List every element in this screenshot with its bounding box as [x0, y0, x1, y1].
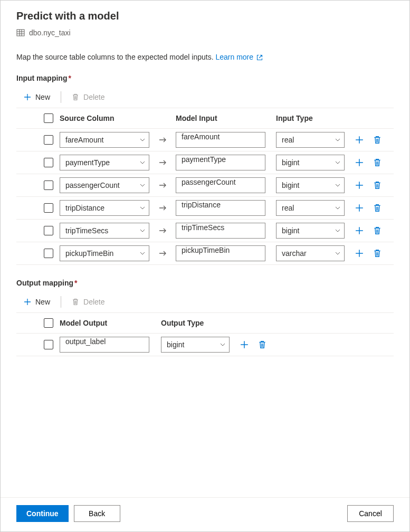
trash-icon [373, 136, 382, 144]
chevron-down-icon [335, 250, 341, 256]
delete-row-button[interactable] [372, 157, 383, 168]
table-name: dbo.nyc_taxi [29, 28, 71, 37]
page-title: Predict with a model [16, 10, 394, 22]
delete-row-button[interactable] [372, 180, 383, 191]
table-icon [16, 28, 25, 37]
input-delete-button[interactable]: Delete [70, 91, 107, 103]
plus-icon [355, 249, 364, 258]
add-row-button[interactable] [354, 157, 365, 168]
footer: Continue Back Cancel [1, 497, 409, 531]
chevron-down-icon [139, 137, 146, 143]
input-mapping-row: passengerCountpassengerCountbigint [16, 174, 394, 197]
plus-icon [355, 204, 364, 212]
output-delete-button[interactable]: Delete [70, 296, 107, 308]
add-row-button[interactable] [239, 339, 250, 350]
add-row-button[interactable] [354, 225, 365, 236]
add-row-button[interactable] [354, 203, 365, 213]
row-checkbox[interactable] [44, 203, 53, 213]
chevron-down-icon [335, 137, 341, 143]
back-button[interactable]: Back [74, 505, 120, 522]
arrow-right-icon [158, 203, 167, 213]
arrow-right-icon [158, 249, 167, 258]
svg-rect-0 [17, 30, 24, 36]
arrow-right-icon [158, 135, 167, 145]
chevron-down-icon [139, 227, 146, 234]
output-mapping-row: output_labelbigint [16, 334, 394, 356]
model-input-field[interactable]: tripDistance [176, 200, 265, 216]
chevron-down-icon [139, 250, 146, 256]
plus-icon [24, 298, 31, 306]
input-type-select[interactable]: varchar [276, 245, 345, 261]
input-mapping-row: pickupTimeBinpickupTimeBinvarchar [16, 242, 394, 265]
input-mapping-row: fareAmountfareAmountreal [16, 129, 394, 151]
arrow-right-icon [158, 158, 167, 167]
row-checkbox[interactable] [44, 135, 53, 145]
model-input-field[interactable]: pickupTimeBin [176, 245, 265, 261]
continue-button[interactable]: Continue [16, 505, 69, 522]
trash-icon [72, 93, 79, 101]
cancel-button[interactable]: Cancel [347, 505, 394, 522]
plus-icon [355, 158, 364, 167]
external-link-icon [256, 54, 263, 61]
output-mapping-label: Output mapping* [16, 279, 394, 287]
source-column-select[interactable]: fareAmount [60, 132, 149, 148]
row-checkbox[interactable] [44, 249, 53, 258]
delete-row-button[interactable] [372, 225, 383, 236]
output-mapping-grid: Model Output Output Type output_labelbig… [16, 312, 394, 356]
row-checkbox[interactable] [44, 180, 53, 190]
input-type-select[interactable]: bigint [276, 223, 345, 239]
output-select-all-checkbox[interactable] [44, 318, 53, 328]
delete-row-button[interactable] [372, 203, 383, 213]
model-input-header: Model Input [176, 114, 265, 122]
plus-icon [240, 340, 249, 349]
trash-icon [373, 204, 382, 212]
model-input-field[interactable]: paymentType [176, 155, 265, 170]
input-type-select[interactable]: bigint [276, 177, 345, 193]
trash-icon [72, 298, 79, 306]
input-type-select[interactable]: real [276, 200, 345, 216]
description: Map the source table columns to the expe… [16, 53, 394, 61]
trash-icon [258, 340, 266, 349]
input-new-button[interactable]: New [22, 91, 52, 103]
model-output-field[interactable]: output_label [60, 337, 149, 353]
input-type-select[interactable]: real [276, 132, 345, 148]
model-input-field[interactable]: fareAmount [176, 132, 265, 148]
source-column-select[interactable]: pickupTimeBin [60, 245, 149, 261]
plus-icon [355, 226, 364, 235]
plus-icon [355, 181, 364, 189]
source-column-select[interactable]: passengerCount [60, 177, 149, 193]
trash-icon [373, 226, 382, 235]
table-reference: dbo.nyc_taxi [16, 28, 394, 37]
chevron-down-icon [220, 341, 226, 348]
input-type-select[interactable]: bigint [276, 155, 345, 170]
model-output-header: Model Output [60, 319, 149, 327]
input-mapping-row: tripDistancetripDistancereal [16, 197, 394, 220]
input-mapping-label: Input mapping* [16, 74, 394, 82]
row-checkbox[interactable] [44, 158, 53, 167]
delete-row-button[interactable] [372, 135, 383, 145]
arrow-right-icon [158, 226, 167, 235]
source-column-select[interactable]: tripTimeSecs [60, 223, 149, 239]
add-row-button[interactable] [354, 248, 365, 259]
source-column-select[interactable]: tripDistance [60, 200, 149, 216]
learn-more-link[interactable]: Learn more [215, 53, 262, 61]
row-checkbox[interactable] [44, 340, 53, 349]
input-select-all-checkbox[interactable] [44, 113, 53, 123]
input-mapping-row: tripTimeSecstripTimeSecsbigint [16, 220, 394, 242]
model-input-field[interactable]: passengerCount [176, 177, 265, 193]
add-row-button[interactable] [354, 180, 365, 191]
source-column-header: Source Column [60, 114, 149, 122]
trash-icon [373, 249, 382, 258]
source-column-select[interactable]: paymentType [60, 155, 149, 170]
output-type-select[interactable]: bigint [161, 337, 230, 353]
delete-row-button[interactable] [257, 339, 268, 350]
chevron-down-icon [335, 205, 341, 211]
model-input-field[interactable]: tripTimeSecs [176, 223, 265, 239]
delete-row-button[interactable] [372, 248, 383, 259]
row-checkbox[interactable] [44, 226, 53, 235]
chevron-down-icon [335, 182, 341, 188]
output-new-button[interactable]: New [22, 296, 52, 308]
chevron-down-icon [335, 159, 341, 166]
add-row-button[interactable] [354, 135, 365, 145]
input-type-header: Input Type [276, 114, 345, 122]
